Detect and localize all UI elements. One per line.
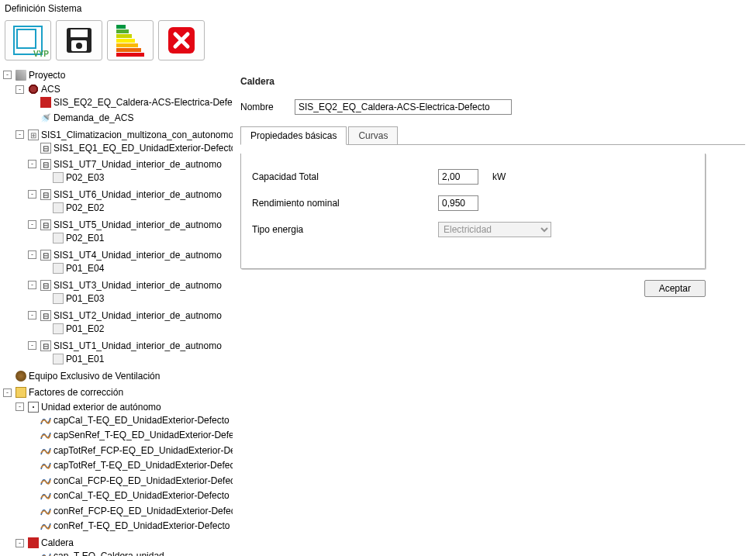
vyp-button[interactable]: VYP — [5, 20, 51, 60]
energy-type-select[interactable]: Electricidad — [438, 222, 551, 237]
tree-root[interactable]: -Proyecto — [3, 69, 65, 81]
tree-label: P01_E03 — [66, 292, 104, 305]
tree-expander[interactable]: - — [28, 160, 36, 168]
curve-icon — [40, 460, 51, 471]
tree-unit[interactable]: -SIS1_UT2_Unidad_interior_de_autnomo — [28, 309, 222, 322]
unit-icon — [40, 159, 51, 170]
tree-spacer — [3, 372, 12, 381]
tree-spacer — [40, 233, 49, 242]
name-row: Nombre — [240, 99, 745, 115]
close-button[interactable] — [158, 20, 205, 60]
tree-expander[interactable]: - — [3, 71, 12, 79]
tree-factor[interactable]: -Factores de corrección — [3, 386, 123, 399]
tree-label: P02_E03 — [66, 171, 104, 184]
tree-curve[interactable]: capCal_T-EQ_ED_UnidadExterior-Defecto — [28, 414, 230, 426]
tree-curve[interactable]: capSenRef_T-EQ_ED_UnidadExterior-Defecto — [28, 429, 233, 441]
tree-spacer — [40, 294, 49, 302]
tree-spacer — [28, 431, 36, 440]
tree-spacer — [28, 446, 36, 454]
tree-spacer — [28, 416, 36, 424]
name-input[interactable] — [295, 99, 512, 115]
tree-zone[interactable]: P01_E03 — [40, 292, 104, 305]
tree-curve[interactable]: conRef_T-EQ_ED_UnidadExterior-Defecto — [28, 520, 230, 532]
tree-item[interactable]: Demanda_de_ACS — [28, 112, 133, 124]
tree-zone[interactable]: P01_E02 — [40, 323, 104, 335]
curve-icon — [40, 490, 51, 501]
tree-spacer — [28, 522, 36, 530]
tree-unit[interactable]: -SIS1_UT7_Unidad_interior_de_autnomo — [28, 158, 222, 171]
tree-spacer — [28, 492, 36, 500]
tree-curve[interactable]: conRef_FCP-EQ_ED_UnidadExterior-Defecto — [28, 505, 233, 517]
tree-uext[interactable]: -Unidad exterior de autónomo — [16, 401, 161, 413]
item-icon — [53, 202, 64, 213]
tree-expander[interactable]: - — [3, 389, 12, 397]
tree-expander[interactable]: - — [16, 85, 24, 94]
tree-curve[interactable]: capTotRef_T-EQ_ED_UnidadExterior-Defecto — [28, 459, 233, 471]
tree-zone[interactable]: P01_E04 — [40, 262, 104, 275]
tree-caldera[interactable]: -Caldera — [16, 537, 74, 549]
tree-unit[interactable]: -SIS1_UT6_Unidad_interior_de_autnomo — [28, 188, 222, 201]
curve-icon — [40, 506, 51, 516]
tree-expander[interactable]: - — [16, 130, 24, 139]
tab-basic[interactable]: Propiedades básicas — [240, 126, 347, 145]
tree-spacer — [28, 143, 36, 152]
tree-label: capCal_T-EQ_ED_UnidadExterior-Defecto — [54, 414, 230, 426]
svg-rect-1 — [71, 29, 88, 37]
tree-item[interactable]: SIS1_EQ1_EQ_ED_UnidadExterior-Defecto — [28, 142, 233, 154]
accept-button[interactable]: Aceptar — [644, 280, 706, 297]
tree-panel[interactable]: -Proyecto-ACSSIS_EQ2_EQ_Caldera-ACS-Elec… — [0, 65, 233, 556]
tree-expander[interactable]: - — [28, 311, 36, 319]
name-label: Nombre — [240, 102, 287, 112]
tree-label: Demanda_de_ACS — [54, 112, 133, 124]
tree-spacer — [28, 476, 36, 485]
tree-expander[interactable]: - — [28, 281, 36, 289]
tree-curve[interactable]: cap_T-EQ_Caldera-unidad — [28, 550, 164, 556]
curve-icon — [40, 430, 51, 440]
vyp-label: VYP — [33, 50, 49, 58]
tree-zone[interactable]: P02_E01 — [40, 232, 104, 244]
tab-curves[interactable]: Curvas — [348, 126, 398, 145]
efficiency-input[interactable] — [438, 195, 478, 211]
tree-unit[interactable]: -SIS1_UT3_Unidad_interior_de_autnomo — [28, 279, 222, 292]
tree-label: P01_E01 — [66, 353, 104, 365]
tree-zone[interactable]: P01_E01 — [40, 353, 104, 365]
save-button[interactable] — [56, 20, 102, 60]
capacity-input[interactable] — [438, 169, 478, 185]
tree-spacer — [40, 324, 49, 333]
tree-expander[interactable]: - — [28, 341, 36, 350]
tree-unit[interactable]: -SIS1_UT5_Unidad_interior_de_autnomo — [28, 219, 222, 231]
unit-icon — [40, 310, 51, 321]
tree-vent[interactable]: Equipo Exclusivo de Ventilación — [3, 370, 160, 382]
item-icon — [53, 293, 64, 304]
tree-unit[interactable]: -SIS1_UT4_Unidad_interior_de_autnomo — [28, 249, 222, 261]
tree-item[interactable]: SIS_EQ2_EQ_Caldera-ACS-Electrica-Defecto — [28, 96, 233, 109]
tree-expander[interactable]: - — [16, 402, 24, 411]
tree-expander[interactable]: - — [16, 539, 24, 547]
gear-icon — [28, 84, 39, 95]
tree-expander[interactable]: - — [28, 220, 36, 229]
tree-spacer — [28, 552, 36, 557]
floppy-icon — [64, 25, 95, 56]
tree-label: Proyecto — [29, 69, 65, 81]
tree-label: SIS1_Climatizacion_multizona_con_autonom… — [41, 129, 233, 141]
tree-zone[interactable]: P02_E03 — [40, 171, 104, 184]
tree-zone[interactable]: P02_E02 — [40, 202, 104, 214]
tree-curve[interactable]: conCal_T-EQ_ED_UnidadExterior-Defecto — [28, 489, 230, 502]
tree-sis1[interactable]: -SIS1_Climatizacion_multizona_con_autono… — [16, 129, 233, 141]
efficiency-label: Rendimiento nominal — [252, 198, 438, 209]
item-icon — [53, 233, 64, 243]
tree-expander[interactable]: - — [28, 250, 36, 259]
tree-label: capSenRef_T-EQ_ED_UnidadExterior-Defecto — [54, 429, 233, 441]
tree-label: P02_E02 — [66, 202, 104, 214]
tree-curve[interactable]: conCal_FCP-EQ_ED_UnidadExterior-Defecto — [28, 475, 233, 487]
curve-icon — [40, 475, 51, 486]
tree-label: capTotRef_FCP-EQ_ED_UnidadExterior-Defec — [54, 444, 233, 457]
tree-acs[interactable]: -ACS — [16, 83, 60, 95]
tree-curve[interactable]: capTotRef_FCP-EQ_ED_UnidadExterior-Defec — [28, 444, 233, 457]
capacity-unit: kW — [492, 171, 506, 182]
tree-expander[interactable]: - — [28, 190, 36, 199]
form-group-title: Caldera — [240, 71, 745, 95]
energy-rating-button[interactable] — [107, 20, 154, 60]
tree-unit[interactable]: -SIS1_UT1_Unidad_interior_de_autnomo — [28, 340, 222, 352]
unit-icon — [40, 143, 51, 154]
